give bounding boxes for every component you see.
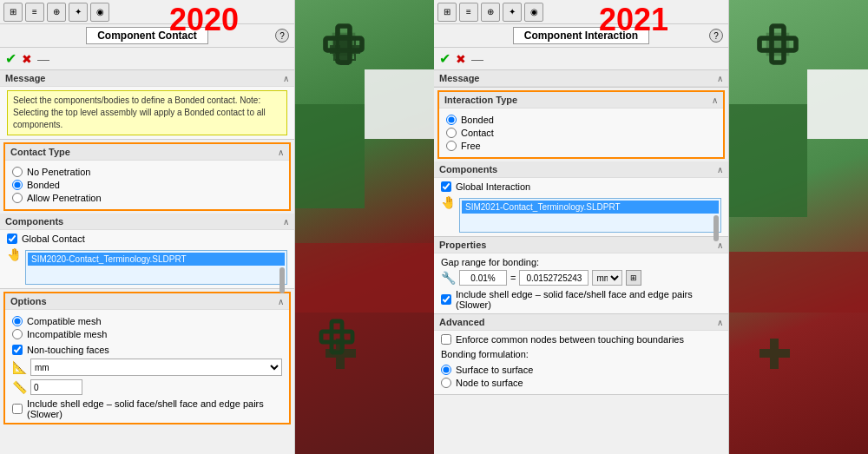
right-radio-contact[interactable]: Contact	[446, 128, 716, 138]
right-shell-edge-input[interactable]	[441, 294, 451, 305]
left-toolbar-btn-5[interactable]: ◉	[90, 3, 109, 22]
left-components-header[interactable]: Components ∧	[0, 214, 294, 230]
right-components-header[interactable]: Components ∧	[434, 161, 728, 178]
right-radio-contact-input[interactable]	[446, 128, 457, 138]
right-help-button[interactable]: ?	[709, 29, 723, 43]
left-help-button[interactable]: ?	[275, 29, 289, 43]
right-radio-free-label: Free	[461, 141, 481, 151]
right-interaction-type-header[interactable]: Interaction Type ∧	[439, 92, 723, 109]
right-shell-edge-checkbox[interactable]: Include shell edge – solid face/shell fa…	[441, 289, 721, 310]
left-value-row: 📏	[12, 379, 282, 395]
right-enforce-checkbox[interactable]: Enforce common nodes between touching bo…	[441, 334, 721, 345]
left-panel-scroll[interactable]: Message ∧ Select the components/bodies t…	[0, 70, 294, 454]
left-contact-type-header[interactable]: Contact Type ∧	[5, 144, 289, 161]
left-contact-type-content: No Penetration Bonded Allow Penetration	[5, 161, 289, 209]
left-radio-allow-input[interactable]	[12, 193, 23, 203]
left-radio-bonded-label: Bonded	[27, 180, 60, 190]
left-radio-bonded-input[interactable]	[12, 180, 23, 190]
left-scrollbar[interactable]	[279, 267, 285, 293]
right-advanced-header[interactable]: Advanced ∧	[434, 314, 728, 331]
right-component-list[interactable]: SIM2021-Contact_Terminology.SLDPRT	[459, 198, 721, 233]
right-toolbar-btn-4[interactable]: ✦	[503, 3, 522, 22]
right-calc-button[interactable]: ⊞	[626, 270, 641, 286]
left-radio-allow-penetration[interactable]: Allow Penetration	[12, 193, 282, 203]
svg-rect-6	[365, 69, 434, 139]
left-radio-bonded[interactable]: Bonded	[12, 180, 282, 190]
right-interaction-radio-group: Bonded Contact Free	[446, 112, 716, 154]
right-gap-value-input[interactable]	[519, 270, 589, 286]
left-non-touching-input[interactable]	[12, 345, 23, 355]
right-advanced-section: Advanced ∧ Enforce common nodes between …	[434, 314, 728, 395]
left-global-contact-input[interactable]	[7, 234, 17, 244]
left-radio-no-penetration-input[interactable]	[12, 167, 23, 177]
right-gap-percent-input[interactable]	[459, 270, 507, 286]
left-toolbar-btn-2[interactable]: ≡	[25, 3, 44, 22]
left-value-input[interactable]	[30, 379, 82, 395]
right-interaction-type-content: Bonded Contact Free	[439, 109, 723, 157]
left-non-touching-checkbox[interactable]: Non-touching faces	[12, 345, 282, 355]
right-radio-bonded-input[interactable]	[446, 115, 457, 125]
right-radio-node-to-surface[interactable]: Node to surface	[441, 378, 721, 388]
left-shell-edge-input[interactable]	[12, 404, 23, 414]
right-global-interaction-input[interactable]	[441, 181, 451, 192]
right-radio-s2s-input[interactable]	[441, 365, 451, 375]
right-properties-content: Gap range for bonding: 🔧 = mm ⊞	[434, 253, 728, 313]
svg-rect-16	[729, 104, 807, 217]
right-toolbar-btn-3[interactable]: ⊕	[481, 3, 500, 22]
left-radio-incompatible-input[interactable]	[12, 329, 23, 339]
right-radio-free-input[interactable]	[446, 141, 457, 151]
left-radio-incompatible[interactable]: Incompatible mesh	[12, 329, 282, 339]
right-enforce-input[interactable]	[441, 334, 451, 345]
left-global-contact-checkbox[interactable]: Global Contact	[7, 234, 287, 244]
left-component-item[interactable]: SIM2020-Contact_Terminology.SLDPRT	[28, 253, 285, 266]
left-components-content: Global Contact 🤚 SIM2020-Contact_Termino…	[0, 230, 294, 288]
right-message-header[interactable]: Message ∧	[434, 70, 728, 87]
right-cancel-button[interactable]: ✖	[456, 52, 466, 66]
right-message-section: Message ∧	[434, 70, 728, 88]
right-toolbar-btn-5[interactable]: ◉	[524, 3, 543, 22]
left-component-row: 🤚 SIM2020-Contact_Terminology.SLDPRT	[7, 247, 287, 285]
right-radio-surface-to-surface[interactable]: Surface to surface	[441, 365, 721, 375]
right-toolbar-btn-2[interactable]: ≡	[459, 3, 478, 22]
right-scrollbar[interactable]	[713, 215, 719, 241]
right-component-item[interactable]: SIM2021-Contact_Terminology.SLDPRT	[462, 201, 719, 214]
right-unit-select[interactable]: mm	[592, 270, 622, 286]
right-advanced-title: Advanced	[439, 317, 485, 327]
right-properties-header[interactable]: Properties ∧	[434, 237, 728, 253]
right-panel-scroll[interactable]: Message ∧ Interaction Type ∧ Bo	[434, 70, 728, 454]
left-components-title: Components	[5, 216, 63, 227]
left-message-box: Select the components/bodies to define a…	[7, 90, 287, 135]
left-radio-compatible-input[interactable]	[12, 316, 23, 326]
left-shell-edge-checkbox[interactable]: Include shell edge – solid face/shell fa…	[12, 398, 282, 419]
left-options-header[interactable]: Options ∧	[5, 293, 289, 310]
right-radio-bonded[interactable]: Bonded	[446, 115, 716, 125]
right-components-content: Global Interaction 🤚 SIM2021-Contact_Ter…	[434, 178, 728, 236]
right-radio-s2s-label: Surface to surface	[456, 365, 533, 375]
left-radio-compatible[interactable]: Compatible mesh	[12, 316, 282, 326]
left-pin-button[interactable]: —	[37, 52, 49, 66]
right-toolbar-btn-1[interactable]: ⊞	[437, 3, 457, 22]
left-angle-icon: 📏	[12, 380, 27, 394]
left-accept-button[interactable]: ✔	[5, 50, 16, 67]
right-bonding-label-row: Bonding formulation:	[441, 349, 721, 359]
left-component-list[interactable]: SIM2020-Contact_Terminology.SLDPRT	[25, 250, 287, 285]
left-unit-select[interactable]: mm	[30, 359, 282, 376]
left-toolbar-btn-1[interactable]: ⊞	[3, 3, 23, 22]
left-hand-icon: 🤚	[7, 247, 22, 261]
left-message-header[interactable]: Message ∧	[0, 70, 294, 87]
left-toolbar-btn-4[interactable]: ✦	[69, 3, 88, 22]
left-cancel-button[interactable]: ✖	[22, 52, 32, 66]
left-radio-incompatible-label: Incompatible mesh	[27, 329, 107, 339]
right-radio-n2s-input[interactable]	[441, 378, 451, 388]
left-components-section: Components ∧ Global Contact 🤚 SIM2020-Co…	[0, 214, 294, 289]
left-3d-view	[295, 0, 434, 454]
left-options-section: Options ∧ Compatible mesh Incompatible m…	[3, 292, 291, 424]
right-accept-button[interactable]: ✔	[439, 50, 450, 67]
right-toolbar: ⊞ ≡ ⊕ ✦ ◉	[434, 0, 728, 24]
right-radio-free[interactable]: Free	[446, 141, 716, 151]
right-global-interaction-checkbox[interactable]: Global Interaction	[441, 181, 721, 192]
left-radio-no-penetration[interactable]: No Penetration	[12, 167, 282, 177]
right-pin-button[interactable]: —	[471, 52, 483, 66]
left-toolbar-btn-3[interactable]: ⊕	[47, 3, 66, 22]
right-equals: =	[510, 273, 516, 283]
